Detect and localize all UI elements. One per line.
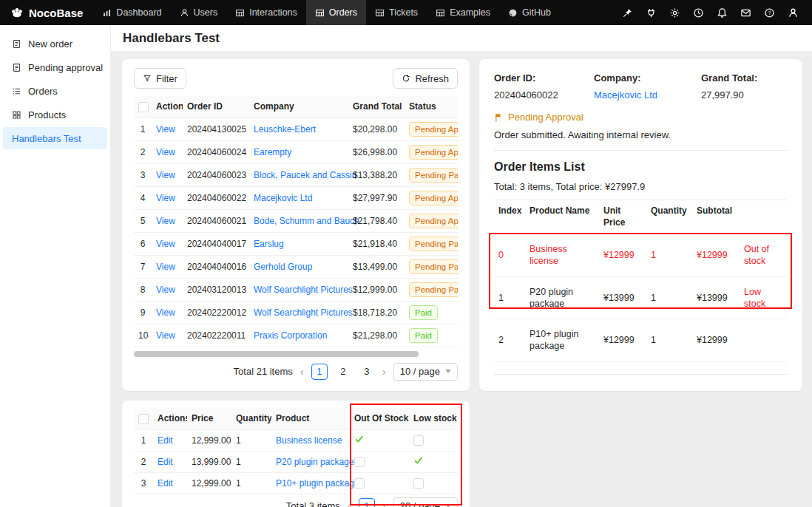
nav-item-dashboard[interactable]: Dashboard bbox=[93, 0, 170, 25]
company-link[interactable]: Macejkovic Ltd bbox=[594, 89, 657, 101]
view-link[interactable]: View bbox=[156, 307, 175, 318]
sidebar-item-pending-approval[interactable]: Pending approval bbox=[3, 56, 107, 78]
row-index: 1 bbox=[134, 429, 153, 451]
select-all-checkbox[interactable] bbox=[138, 414, 149, 424]
product-link[interactable]: Business license bbox=[276, 435, 342, 446]
page-3-button[interactable]: 3 bbox=[359, 366, 375, 377]
checkbox[interactable] bbox=[354, 457, 365, 467]
edit-link[interactable]: Edit bbox=[158, 457, 173, 467]
view-link[interactable]: View bbox=[156, 124, 175, 135]
column-header-out-of-stock[interactable]: Out Of Stock bbox=[350, 408, 409, 429]
company-link[interactable]: Macejkovic Ltd bbox=[254, 193, 312, 203]
column-header-price[interactable]: Price bbox=[187, 408, 231, 429]
company-link[interactable]: Earslug bbox=[254, 239, 284, 249]
column-header-actions[interactable]: Actions bbox=[153, 408, 187, 429]
column-header-status[interactable]: Status bbox=[405, 96, 458, 118]
edit-link[interactable]: Edit bbox=[158, 478, 173, 489]
next-page-button[interactable]: › bbox=[382, 500, 386, 507]
nav-item-examples[interactable]: Examples bbox=[427, 0, 499, 25]
nav-item-interactions[interactable]: Interactions bbox=[226, 0, 306, 25]
product-link[interactable]: P10+ plugin package bbox=[276, 478, 359, 489]
view-link[interactable]: View bbox=[156, 262, 175, 272]
nav-item-orders[interactable]: Orders bbox=[306, 0, 366, 25]
nav-item-tickets[interactable]: Tickets bbox=[366, 0, 427, 25]
pin-icon[interactable] bbox=[615, 0, 639, 25]
view-link[interactable]: View bbox=[156, 216, 175, 226]
column-header-company[interactable]: Company bbox=[249, 96, 348, 118]
prev-page-button[interactable]: ‹ bbox=[300, 366, 304, 377]
checkbox[interactable] bbox=[354, 478, 365, 489]
column-header-product[interactable]: Product bbox=[271, 408, 350, 429]
cell-quantity: 1 bbox=[646, 234, 692, 277]
user-avatar-icon[interactable] bbox=[781, 0, 805, 25]
plugin-icon[interactable] bbox=[639, 0, 663, 25]
page-1-button[interactable]: 1 bbox=[359, 498, 375, 507]
company-link[interactable]: Leuschke-Ebert bbox=[254, 124, 316, 135]
view-link[interactable]: View bbox=[156, 239, 175, 249]
cell-order-id: 202403120013 bbox=[183, 278, 249, 301]
logo-text: NocoBase bbox=[29, 7, 83, 19]
company-label: Company: bbox=[594, 72, 701, 84]
order-items-summary: Total: 3 items, Total price: ¥27997.9 bbox=[494, 181, 788, 192]
cell-subtotal: ¥12999 bbox=[692, 319, 740, 362]
column-header-actions[interactable]: Actions bbox=[152, 96, 183, 118]
mail-icon[interactable] bbox=[734, 0, 757, 25]
nav-item-github[interactable]: GitHub bbox=[499, 0, 560, 25]
company-link[interactable]: Wolf Searchlight Pictures bbox=[254, 307, 353, 318]
table-row: 4 View 202404060022 Macejkovic Ltd $27,9… bbox=[134, 186, 458, 209]
clock-icon[interactable] bbox=[686, 0, 710, 25]
page-1-button[interactable]: 1 bbox=[311, 364, 328, 380]
order-detail-fields: Order ID: 202404060022 Company: Macejkov… bbox=[494, 72, 788, 101]
nav-item-users[interactable]: Users bbox=[171, 0, 227, 25]
settings-gear-icon[interactable] bbox=[663, 0, 686, 25]
view-link[interactable]: View bbox=[156, 330, 175, 341]
horizontal-scrollbar-thumb[interactable] bbox=[134, 351, 419, 357]
column-header-order-id[interactable]: Order ID bbox=[183, 96, 249, 118]
page-size-select[interactable]: 10 / page bbox=[393, 363, 458, 381]
product-link[interactable]: P20 plugin package bbox=[276, 457, 353, 467]
sidebar-item-products[interactable]: Products bbox=[3, 103, 107, 126]
company-link[interactable]: Wolf Searchlight Pictures bbox=[254, 285, 353, 295]
grand-total-label: Grand Total: bbox=[701, 72, 788, 84]
cell-unit-price: ¥13999 bbox=[599, 276, 646, 319]
bell-icon[interactable] bbox=[710, 0, 734, 25]
view-link[interactable]: View bbox=[156, 285, 175, 295]
view-link[interactable]: View bbox=[156, 147, 175, 157]
help-icon[interactable]: ? bbox=[757, 0, 781, 25]
company-link[interactable]: Praxis Corporation bbox=[254, 330, 327, 341]
company-link[interactable]: Bode, Schumm and Bauch bbox=[254, 216, 359, 226]
sidebar-item-handlebars-test[interactable]: Handlebars Test bbox=[3, 127, 107, 149]
select-all-checkbox[interactable] bbox=[138, 102, 149, 112]
column-header-grand-total[interactable]: Grand Total bbox=[348, 96, 405, 118]
company-link[interactable]: Earempty bbox=[254, 147, 291, 157]
cell-index: 2 bbox=[494, 319, 525, 362]
checkbox[interactable] bbox=[413, 435, 424, 446]
filter-button[interactable]: Filter bbox=[134, 68, 186, 89]
row-index: 2 bbox=[134, 140, 152, 163]
page-size-select[interactable]: 20 / page bbox=[393, 497, 458, 507]
sidebar-item-new-order[interactable]: New order bbox=[3, 33, 107, 55]
nocobase-logo[interactable]: NocoBase bbox=[10, 7, 83, 19]
order-items-table-wrap: Index Product Name Unit Price Quantity S… bbox=[494, 200, 788, 362]
company-link[interactable]: Block, Paucek and Cassin bbox=[254, 170, 356, 180]
refresh-button[interactable]: Refresh bbox=[393, 68, 458, 89]
prev-page-button[interactable]: ‹ bbox=[348, 500, 351, 507]
column-header-quantity[interactable]: Quantity bbox=[231, 408, 271, 429]
row-index: 6 bbox=[134, 232, 152, 255]
sidebar-item-orders[interactable]: Orders bbox=[3, 80, 107, 102]
page-2-button[interactable]: 2 bbox=[335, 366, 351, 377]
cell-unit-price: ¥12999 bbox=[599, 319, 646, 362]
next-page-button[interactable]: › bbox=[382, 366, 386, 377]
column-header-low-stock[interactable]: Low stock bbox=[409, 408, 458, 429]
checkbox[interactable] bbox=[413, 478, 424, 489]
company-link[interactable]: Gerhold Group bbox=[254, 262, 312, 272]
list-icon bbox=[12, 86, 21, 96]
cell-grand-total: $18,718.20 bbox=[348, 301, 405, 324]
products-table-card: Actions Price Quantity Product Out Of St… bbox=[122, 401, 470, 507]
view-link[interactable]: View bbox=[156, 193, 175, 203]
table-row: 9 View 202402220012 Wolf Searchlight Pic… bbox=[134, 301, 458, 324]
view-link[interactable]: View bbox=[156, 170, 175, 180]
table-row: 1 Edit 12,999.00 1 Business license bbox=[134, 429, 458, 451]
cell-grand-total: $12,999.00 bbox=[348, 278, 405, 301]
edit-link[interactable]: Edit bbox=[158, 435, 173, 446]
